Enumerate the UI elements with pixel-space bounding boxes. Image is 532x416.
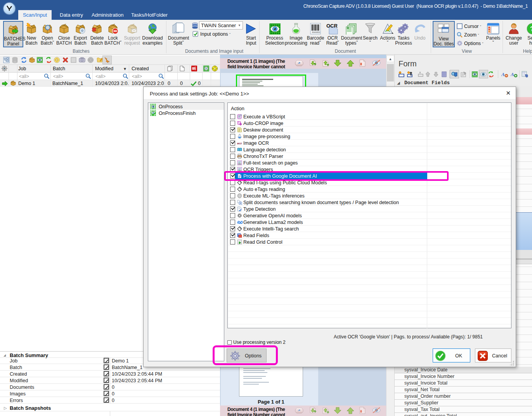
svg-text:?: ? — [530, 25, 532, 33]
svg-text:0181021: 0181021 — [312, 31, 320, 34]
svg-text:ocr: ocr — [237, 141, 242, 145]
svg-text:OCR: OCR — [326, 23, 338, 29]
svg-text:A: A — [501, 71, 505, 77]
svg-text:A: A — [511, 71, 514, 77]
